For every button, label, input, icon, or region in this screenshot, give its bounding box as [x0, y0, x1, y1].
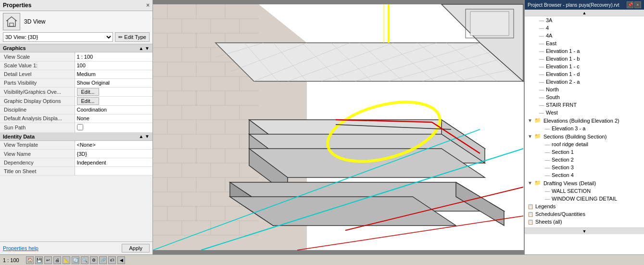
apply-button[interactable]: Apply	[122, 244, 150, 252]
graphics-section-toggle[interactable]: ▲ ▼	[139, 46, 150, 51]
status-icon-measure[interactable]: 📐	[63, 256, 70, 264]
view-select[interactable]: 3D View: {3D}	[3, 32, 113, 42]
table-row: Default Analysis Displa...	[0, 114, 152, 123]
prop-value-view-scale[interactable]	[75, 52, 152, 61]
table-row: Visibility/Graphics Ove... Edit...	[0, 87, 152, 96]
branch-label-elevations: Elevations (Building Elevation 2)	[543, 118, 619, 124]
prop-value-visibility-graphics[interactable]: Edit...	[75, 87, 152, 96]
tree-item-4[interactable]: —4	[525, 24, 644, 32]
detail-level-input[interactable]	[77, 71, 151, 77]
prop-value-analysis-display[interactable]	[75, 114, 152, 123]
graphics-section-header[interactable]: Graphics ▲ ▼	[0, 44, 152, 52]
branch-label-sections: Sections (Building Section)	[543, 134, 606, 139]
tree-item-section4[interactable]: —Section 4	[525, 171, 644, 179]
viewport-area[interactable]	[153, 0, 524, 254]
prop-name-detail-level: Detail Level	[0, 70, 75, 78]
status-icon-tag[interactable]: 🏷	[108, 256, 116, 264]
tree-branch-elevations[interactable]: ▼ 📁 Elevations (Building Elevation 2)	[525, 116, 644, 125]
view-type-label: 3D View	[24, 18, 45, 25]
identity-section-label: Identity Data	[3, 134, 35, 139]
graphic-display-edit-button[interactable]: Edit...	[77, 97, 99, 105]
table-row: View Name	[0, 150, 152, 158]
scale-value-input[interactable]	[77, 63, 151, 68]
tree-scroll-up[interactable]: ▲	[525, 10, 644, 16]
prop-value-parts-visibility[interactable]	[75, 78, 152, 87]
prop-value-scale-value[interactable]	[75, 61, 152, 70]
tree-item-west[interactable]: —West	[525, 109, 644, 116]
prop-name-discipline: Discipline	[0, 105, 75, 114]
tree-item-elev2a[interactable]: —Elevation 2 - a	[525, 78, 644, 86]
properties-close-button[interactable]: ×	[146, 2, 150, 9]
tree-item-elev1a[interactable]: —Elevation 1 - a	[525, 47, 644, 55]
prop-type-row: 3D View	[3, 13, 150, 30]
tree-item-north[interactable]: —North	[525, 86, 644, 93]
prop-value-sun-path[interactable]	[75, 123, 152, 132]
prop-value-title-on-sheet[interactable]	[75, 167, 152, 176]
graphics-properties-table: View Scale Scale Value 1: Detail Level P…	[0, 52, 152, 133]
prop-value-detail-level[interactable]	[75, 70, 152, 78]
properties-help-link[interactable]: Properties help	[3, 245, 38, 251]
edit-type-button[interactable]: ✏ Edit Type	[115, 32, 150, 42]
prop-name-view-name: View Name	[0, 150, 75, 158]
tree-item-3a[interactable]: —3A	[525, 16, 644, 24]
browser-close-button[interactable]: ×	[634, 1, 641, 8]
tree-item-roof-ridge[interactable]: —roof ridge detail	[525, 140, 644, 148]
drafting-folder-icon: 📁	[534, 180, 541, 186]
tree-item-section1[interactable]: —Section 1	[525, 148, 644, 156]
status-icon-settings[interactable]: ⚙	[90, 256, 98, 264]
folder-icon: 📁	[534, 117, 541, 124]
dependency-input[interactable]	[77, 160, 151, 165]
tree-item-wall-section[interactable]: —WALL SECTION	[525, 187, 644, 195]
tree-item-elev1b[interactable]: —Elevation 1 - b	[525, 55, 644, 63]
tree-scroll-down[interactable]: ▼	[525, 227, 644, 234]
table-row: Graphic Display Options Edit...	[0, 96, 152, 105]
view-name-input[interactable]	[77, 151, 151, 157]
status-icon-print[interactable]: 🖨	[53, 256, 61, 264]
tree-item-elev1d[interactable]: —Elevation 1 - d	[525, 70, 644, 78]
tree-item-east[interactable]: —East	[525, 39, 644, 47]
prop-value-view-name[interactable]	[75, 150, 152, 158]
view-template-input[interactable]	[77, 142, 151, 148]
status-icon-home[interactable]: 🏠	[26, 256, 34, 264]
sun-path-checkbox[interactable]	[77, 124, 83, 130]
status-icon-zoom[interactable]: 🔍	[81, 256, 88, 264]
parts-visibility-input[interactable]	[77, 80, 151, 86]
prop-name-dependency: Dependency	[0, 158, 75, 167]
analysis-display-input[interactable]	[77, 115, 151, 121]
tree-item-section2[interactable]: —Section 2	[525, 156, 644, 164]
prop-name-graphic-display: Graphic Display Options	[0, 96, 75, 105]
visibility-graphics-edit-button[interactable]: Edit...	[77, 88, 99, 96]
discipline-input[interactable]	[77, 107, 151, 113]
tree-item-stair-frnt[interactable]: —STAIR FRNT	[525, 101, 644, 109]
status-icon-rotate[interactable]: 🔄	[72, 256, 79, 264]
tree-item-legends[interactable]: 📋 Legends	[525, 202, 644, 210]
tree-item-elev1c[interactable]: —Elevation 1 - c	[525, 63, 644, 70]
status-icon-link[interactable]: 🔗	[99, 256, 107, 264]
tree-branch-drafting[interactable]: ▼ 📁 Drafting Views (Detail)	[525, 179, 644, 187]
properties-scroll-area[interactable]: Graphics ▲ ▼ View Scale Scale Value 1: D…	[0, 44, 152, 241]
properties-title: Properties	[3, 2, 31, 9]
view-scale-input[interactable]	[77, 54, 151, 60]
status-icon-save[interactable]: 💾	[35, 256, 43, 264]
status-icon-undo[interactable]: ↩	[44, 256, 52, 264]
tree-item-section3[interactable]: —Section 3	[525, 164, 644, 171]
svg-rect-1	[10, 23, 13, 26]
identity-section-toggle[interactable]: ▲ ▼	[139, 134, 150, 139]
tree-item-window-ceiling[interactable]: —WINDOW CIELING DETAIL	[525, 195, 644, 202]
tree-item-schedules[interactable]: 📋 Schedules/Quantities	[525, 210, 644, 218]
tree-item-sheets[interactable]: 📋 Sheets (all)	[525, 218, 644, 226]
status-scale: 1 : 100	[3, 257, 22, 263]
browser-tree[interactable]: ▲ —3A —4 —4A —East —Elevation 1 - a —Ele…	[525, 10, 644, 254]
prop-value-discipline[interactable]	[75, 105, 152, 114]
title-on-sheet-input[interactable]	[77, 168, 151, 174]
status-icon-arrow[interactable]: ◀	[117, 256, 125, 264]
tree-item-elev3a[interactable]: —Elevation 3 - a	[525, 125, 644, 132]
tree-item-south[interactable]: —South	[525, 93, 644, 101]
prop-value-dependency[interactable]	[75, 158, 152, 167]
tree-branch-sections[interactable]: ▼ 📁 Sections (Building Section)	[525, 132, 644, 140]
prop-value-view-template[interactable]	[75, 141, 152, 150]
prop-value-graphic-display[interactable]: Edit...	[75, 96, 152, 105]
identity-section-header[interactable]: Identity Data ▲ ▼	[0, 133, 152, 141]
browser-pin-button[interactable]: 📌	[627, 1, 633, 8]
tree-item-4a[interactable]: —4A	[525, 32, 644, 39]
